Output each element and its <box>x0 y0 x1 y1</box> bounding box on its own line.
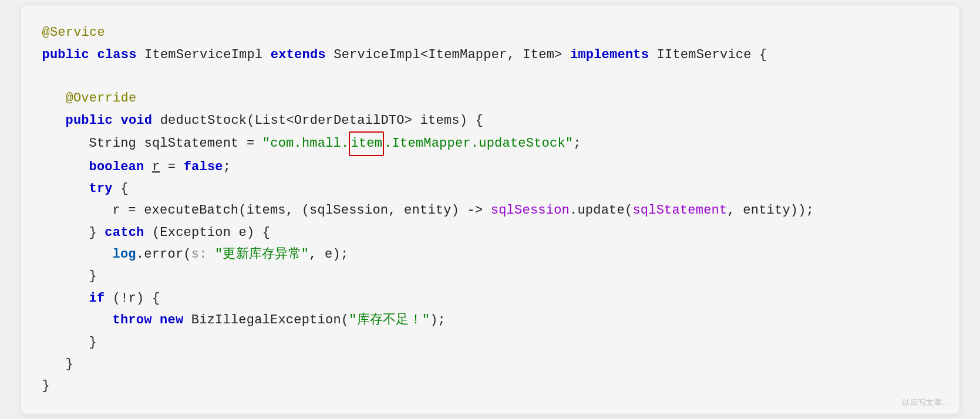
line-string-statement: String sqlStatement = "com.hmall.item.It… <box>42 131 938 156</box>
line-method-decl: public void deductStock(List<OrderDetail… <box>42 110 938 131</box>
open-brace-class: { <box>759 44 767 66</box>
log-ref: log <box>113 244 136 265</box>
class-name: ItemServiceImpl <box>144 44 262 66</box>
eq: = <box>168 156 176 178</box>
annotation-service: @Service <box>42 22 105 43</box>
code-container: @Service public class ItemServiceImpl ex… <box>21 5 960 414</box>
bool-suffix: ; <box>223 156 231 178</box>
string-suffix: ; <box>573 133 581 154</box>
log-method: .error( <box>136 244 191 265</box>
watermark: 以后写文章... <box>902 397 949 408</box>
catch-param: (Exception e) { <box>144 222 270 244</box>
kw-new: new <box>160 309 183 331</box>
kw-class: class <box>97 44 136 66</box>
line-log: log.error(s: "更新库存异常", e); <box>42 244 938 265</box>
kw-false: false <box>184 156 223 178</box>
kw-public-method: public <box>66 110 113 131</box>
line-throw: throw new BizIllegalException("库存不足！"); <box>42 309 938 331</box>
string-prefix: String sqlStatement = <box>89 133 262 154</box>
line-close-if: } <box>42 332 938 353</box>
kw-boolean: boolean <box>89 156 144 178</box>
line-catch: } catch (Exception e) { <box>42 222 938 244</box>
var-r: r <box>152 156 160 178</box>
if-cond: (!r) { <box>113 288 160 309</box>
log-string: "更新库存异常" <box>207 244 309 265</box>
kw-public: public <box>42 44 90 66</box>
close-method-brace: } <box>66 353 73 375</box>
kw-catch: catch <box>105 222 144 244</box>
execute-suffix: , entity)); <box>727 200 814 221</box>
throw-string: "库存不足！" <box>349 309 430 331</box>
empty-line-1 <box>42 66 938 87</box>
execute-sqlsession: sqlSession <box>491 200 570 221</box>
line-class-decl: public class ItemServiceImpl extends Ser… <box>42 44 938 66</box>
code-block: @Service public class ItemServiceImpl ex… <box>42 22 938 397</box>
line-annotation-override: @Override <box>42 87 938 109</box>
throw-suffix: ); <box>430 309 446 331</box>
line-close-method: } <box>42 353 938 375</box>
line-execute: r = executeBatch(items, (sqlSession, ent… <box>42 200 938 221</box>
line-close-class: } <box>42 375 938 397</box>
kw-implements: implements <box>570 44 649 66</box>
string-part1: "com.hmall. <box>262 133 349 154</box>
line-try: try { <box>42 178 938 200</box>
execute-assign: r = executeBatch(items, (sqlSession, ent… <box>113 200 491 221</box>
kw-void: void <box>120 110 152 131</box>
line-annotation-service: @Service <box>42 22 938 43</box>
method-sig: deductStock(List<OrderDetailDTO> items) … <box>160 110 483 131</box>
kw-if: if <box>89 288 105 309</box>
execute-dot-update: .update( <box>570 200 632 221</box>
throw-class: BizIllegalException( <box>191 309 349 331</box>
kw-try: try <box>89 178 113 200</box>
string-highlighted-item: item <box>349 131 384 156</box>
execute-sqlstatement: sqlStatement <box>632 200 727 221</box>
implements-type: IItemService <box>657 44 752 66</box>
close-if-brace: } <box>89 332 97 353</box>
close-class-brace: } <box>42 375 50 397</box>
log-param-label: s: <box>191 244 207 265</box>
log-suffix: , e); <box>309 244 348 265</box>
line-if: if (!r) { <box>42 288 938 309</box>
annotation-override: @Override <box>66 87 137 109</box>
extends-type: ServiceImpl<ItemMapper, Item> <box>334 44 562 66</box>
close-catch-brace: } <box>89 265 97 287</box>
string-part2: .ItemMapper.updateStock" <box>384 133 573 154</box>
line-boolean: boolean r = false ; <box>42 156 938 178</box>
kw-throw: throw <box>113 309 152 331</box>
line-close-catch: } <box>42 265 938 287</box>
kw-extends: extends <box>271 44 326 66</box>
